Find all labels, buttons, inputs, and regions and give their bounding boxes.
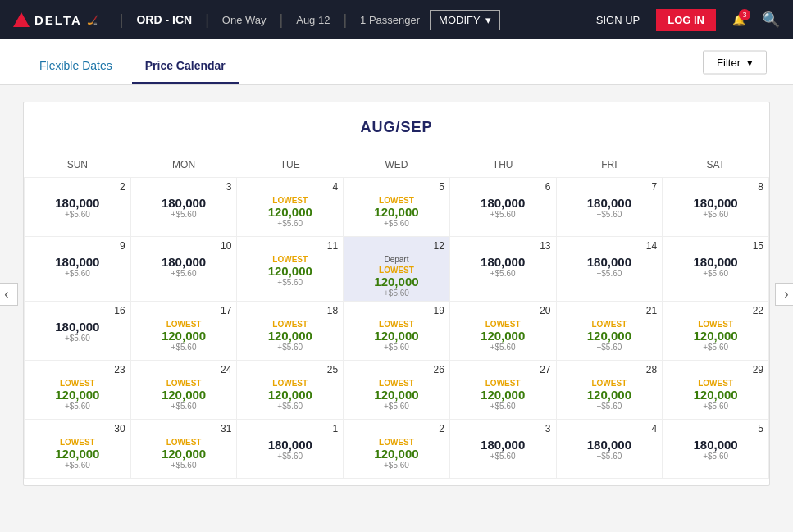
day-surcharge: +$5.60 [30, 461, 125, 470]
price-label-lowest: LOWEST [668, 379, 763, 388]
filter-chevron-icon: ▾ [747, 56, 753, 68]
login-button[interactable]: LOG IN [656, 9, 716, 31]
calendar-cell[interactable]: 10180,000+$5.60 [130, 237, 237, 302]
calendar-cell[interactable]: 1180,000+$5.60 [237, 420, 344, 479]
day-surcharge: +$5.60 [562, 269, 658, 278]
tab-flexible-dates[interactable]: Flexible Dates [26, 46, 125, 84]
modify-button[interactable]: MODIFY ▾ [430, 10, 500, 30]
calendar-cell[interactable]: 20LOWEST120,000+$5.60 [449, 302, 556, 361]
day-number: 20 [455, 305, 551, 316]
site-header: DELTA 🏒 | ORD - ICN | One Way | Aug 12 |… [0, 0, 793, 39]
calendar-cell[interactable]: 28LOWEST120,000+$5.60 [556, 361, 663, 420]
calendar-cell[interactable]: 2180,000+$5.60 [25, 178, 131, 237]
price-label-lowest: LOWEST [242, 196, 338, 205]
day-number: 14 [562, 240, 658, 252]
notification-badge: 3 [739, 9, 750, 20]
price-label-lowest: LOWEST [242, 255, 338, 264]
calendar-cell[interactable]: 18LOWEST120,000+$5.60 [237, 302, 344, 361]
day-number: 21 [562, 305, 658, 316]
calendar-row-0: 2180,000+$5.603180,000+$5.604LOWEST120,0… [25, 178, 769, 237]
calendar-cell[interactable]: 15180,000+$5.60 [663, 237, 769, 302]
day-surcharge: +$5.60 [349, 289, 444, 298]
day-number: 23 [30, 364, 125, 375]
calendar-cell[interactable]: 12DepartLOWEST120,000+$5.60 [344, 237, 450, 302]
day-number: 8 [668, 181, 763, 193]
notifications-bell[interactable]: 🔔 3 [732, 14, 745, 26]
day-price: 180,000 [30, 320, 125, 334]
day-surcharge: +$5.60 [455, 402, 551, 411]
calendar-cell[interactable]: 17LOWEST120,000+$5.60 [130, 302, 237, 361]
calendar-cell[interactable]: 21LOWEST120,000+$5.60 [556, 302, 663, 361]
prev-month-arrow[interactable]: ‹ [0, 283, 18, 306]
day-surcharge: +$5.60 [455, 343, 551, 352]
day-price: 120,000 [136, 388, 232, 402]
calendar-cell[interactable]: 4LOWEST120,000+$5.60 [237, 178, 344, 237]
day-header-sat: SAT [663, 152, 769, 178]
calendar-cell[interactable]: 6180,000+$5.60 [449, 178, 556, 237]
day-surcharge: +$5.60 [668, 269, 763, 278]
calendar-cell[interactable]: 9180,000+$5.60 [25, 237, 131, 302]
calendar-cell[interactable]: 3180,000+$5.60 [449, 420, 556, 479]
day-price: 180,000 [136, 196, 232, 210]
day-surcharge: +$5.60 [136, 269, 232, 278]
filter-button[interactable]: Filter ▾ [703, 50, 767, 74]
price-label-lowest: LOWEST [30, 438, 125, 447]
search-icon[interactable]: 🔍 [762, 11, 780, 29]
day-number: 4 [562, 423, 658, 434]
price-label-lowest: LOWEST [136, 320, 232, 329]
day-number: 15 [668, 240, 763, 252]
day-header-fri: FRI [556, 152, 663, 178]
calendar-cell[interactable]: 24LOWEST120,000+$5.60 [130, 361, 237, 420]
passengers-label: 1 Passenger [360, 14, 420, 26]
calendar-cell[interactable]: 27LOWEST120,000+$5.60 [449, 361, 556, 420]
day-surcharge: +$5.60 [349, 402, 444, 411]
day-price: 120,000 [562, 329, 658, 343]
day-price: 120,000 [242, 264, 338, 278]
calendar-cell[interactable]: 7180,000+$5.60 [556, 178, 663, 237]
day-surcharge: +$5.60 [562, 343, 658, 352]
price-label-lowest: LOWEST [668, 320, 763, 329]
calendar-row-1: 9180,000+$5.6010180,000+$5.6011LOWEST120… [25, 237, 769, 302]
day-header-tue: TUE [237, 152, 344, 178]
day-number: 22 [668, 305, 763, 316]
day-price: 180,000 [562, 196, 658, 210]
calendar-cell[interactable]: 22LOWEST120,000+$5.60 [663, 302, 769, 361]
calendar-cell[interactable]: 5180,000+$5.60 [663, 420, 769, 479]
day-price: 120,000 [349, 447, 444, 461]
calendar-cell[interactable]: 5LOWEST120,000+$5.60 [344, 178, 450, 237]
calendar-cell[interactable]: 25LOWEST120,000+$5.60 [237, 361, 344, 420]
day-price: 120,000 [668, 388, 763, 402]
day-price: 120,000 [455, 388, 551, 402]
calendar-cell[interactable]: 31LOWEST120,000+$5.60 [130, 420, 237, 479]
price-label-lowest: LOWEST [349, 196, 444, 205]
calendar-cell[interactable]: 8180,000+$5.60 [663, 178, 769, 237]
calendar-row-4: 30LOWEST120,000+$5.6031LOWEST120,000+$5.… [25, 420, 769, 479]
calendar-cell[interactable]: 13180,000+$5.60 [449, 237, 556, 302]
calendar-cell[interactable]: 23LOWEST120,000+$5.60 [25, 361, 131, 420]
next-month-arrow[interactable]: › [775, 283, 793, 306]
divider-2: | [205, 11, 209, 29]
calendar-cell[interactable]: 30LOWEST120,000+$5.60 [25, 420, 131, 479]
day-surcharge: +$5.60 [136, 343, 232, 352]
calendar-cell[interactable]: 16180,000+$5.60 [25, 302, 131, 361]
calendar-cell[interactable]: 4180,000+$5.60 [556, 420, 663, 479]
signup-link[interactable]: SIGN UP [596, 14, 640, 26]
day-price: 120,000 [30, 447, 125, 461]
calendar-cell[interactable]: 29LOWEST120,000+$5.60 [663, 361, 769, 420]
calendar-cell[interactable]: 3180,000+$5.60 [130, 178, 237, 237]
calendar-month-header: AUG/SEP [24, 102, 769, 152]
calendar-cell[interactable]: 2LOWEST120,000+$5.60 [344, 420, 450, 479]
calendar-cell[interactable]: 19LOWEST120,000+$5.60 [344, 302, 450, 361]
day-number: 28 [562, 364, 658, 375]
day-number: 11 [242, 240, 338, 252]
day-number: 25 [242, 364, 338, 375]
calendar-cell[interactable]: 26LOWEST120,000+$5.60 [344, 361, 450, 420]
price-label-lowest: LOWEST [455, 320, 551, 329]
tab-price-calendar[interactable]: Price Calendar [132, 46, 239, 84]
calendar-cell[interactable]: 14180,000+$5.60 [556, 237, 663, 302]
day-price: 180,000 [30, 196, 125, 210]
day-price: 180,000 [668, 438, 763, 452]
calendar-cell[interactable]: 11LOWEST120,000+$5.60 [237, 237, 344, 302]
day-price: 120,000 [242, 329, 338, 343]
search-magnifier-icon: 🔍 [762, 11, 780, 28]
